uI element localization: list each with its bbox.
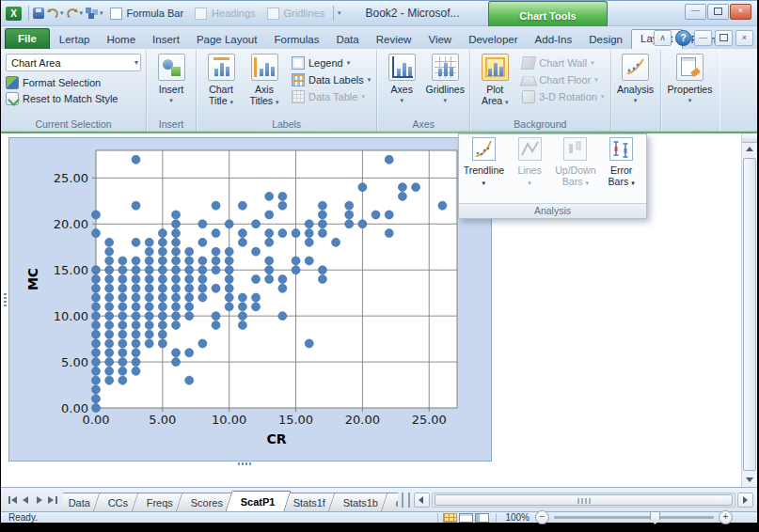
dropdown-caret: ▾ bbox=[601, 93, 605, 101]
workbook-close-button[interactable]: × bbox=[735, 30, 753, 46]
workbook-restore-button[interactable] bbox=[715, 30, 733, 46]
horizontal-scrollbar[interactable] bbox=[432, 493, 735, 508]
combobox-dropdown-caret[interactable]: ▾ bbox=[134, 58, 138, 67]
reset-style-icon bbox=[6, 92, 19, 105]
switch-windows-button[interactable]: ▾ bbox=[85, 5, 103, 22]
vertical-scrollbar[interactable] bbox=[741, 133, 757, 487]
zoom-slider-thumb[interactable] bbox=[650, 511, 660, 524]
axis-titles-button[interactable]: Axis Titles ▾ bbox=[243, 52, 286, 108]
minimize-button[interactable]: — bbox=[685, 4, 706, 20]
tab-file[interactable]: File bbox=[5, 28, 50, 49]
close-button[interactable]: × bbox=[730, 4, 751, 20]
undo-dropdown-caret[interactable]: ▾ bbox=[60, 9, 64, 17]
group-background: Plot Area ▾ Chart Wall▾Chart Floor▾3-D R… bbox=[470, 50, 610, 131]
chart-resize-handle-left[interactable] bbox=[4, 291, 7, 306]
workbook-minimize-button[interactable]: — bbox=[694, 30, 712, 46]
format-selection-button[interactable]: Format Selection bbox=[4, 74, 143, 90]
zoom-slider[interactable] bbox=[554, 516, 714, 519]
tab-add-ins[interactable]: Add-Ins bbox=[527, 31, 581, 49]
dropdown-caret: ▾ bbox=[347, 59, 351, 67]
scroll-up-button[interactable] bbox=[743, 143, 756, 156]
scatter-chart-object[interactable]: 0.000.005.005.0010.0010.0015.0015.0020.0… bbox=[8, 137, 492, 462]
scrollbar-split-handle[interactable] bbox=[742, 133, 757, 143]
chart-title-line2: Title bbox=[209, 95, 227, 106]
tab-page-layout[interactable]: Page Layout bbox=[188, 31, 266, 49]
page-layout-view-button[interactable] bbox=[459, 513, 473, 523]
axis-titles-icon bbox=[251, 54, 278, 81]
tab-home[interactable]: Home bbox=[98, 31, 144, 49]
hscroll-right-button[interactable] bbox=[737, 493, 753, 508]
properties-button[interactable]: Properties ▾ bbox=[664, 52, 717, 106]
undo-button[interactable]: ▾ bbox=[46, 5, 64, 22]
hscroll-left-button[interactable] bbox=[414, 493, 430, 508]
switch-windows-caret[interactable]: ▾ bbox=[100, 9, 103, 17]
tab-formulas[interactable]: Formulas bbox=[265, 31, 327, 49]
up-down-bars-button: Up/DownBars ▾ bbox=[553, 137, 599, 189]
previous-sheet-button[interactable] bbox=[20, 493, 32, 506]
tab-split-handle[interactable] bbox=[402, 493, 410, 508]
chart-title-button[interactable]: Chart Title ▾ bbox=[199, 52, 243, 108]
sheet-tab-label: CCs bbox=[108, 497, 128, 509]
gridlines-button[interactable]: Gridlines ▾ bbox=[423, 52, 466, 106]
svg-text:5.00: 5.00 bbox=[61, 355, 88, 369]
page-break-view-button[interactable] bbox=[475, 513, 489, 523]
tab-review[interactable]: Review bbox=[368, 31, 420, 49]
tab-developer[interactable]: Developer bbox=[460, 31, 526, 49]
plot-area-button[interactable]: Plot Area ▾ bbox=[473, 52, 516, 108]
data-labels-button[interactable]: Data Labels▾ bbox=[289, 71, 373, 88]
dropdown-caret: ▾ bbox=[505, 99, 509, 105]
group-current-selection: Chart Area ▾ Format Selection Reset to M… bbox=[1, 50, 147, 131]
maximize-button[interactable] bbox=[707, 4, 729, 20]
first-sheet-button[interactable] bbox=[7, 493, 19, 506]
svg-text:25.00: 25.00 bbox=[412, 413, 447, 427]
3d-rotation-icon bbox=[522, 90, 535, 103]
group-label-insert: Insert bbox=[147, 118, 196, 130]
dropdown-caret: ▾ bbox=[688, 95, 692, 106]
insert-shapes-icon bbox=[158, 54, 185, 81]
next-sheet-button[interactable] bbox=[33, 493, 45, 506]
legend-button[interactable]: Legend▾ bbox=[289, 55, 373, 71]
tab-design[interactable]: Design bbox=[580, 31, 631, 49]
sheet-tab-scatp1[interactable]: ScatP1 bbox=[225, 491, 291, 511]
tab-lertap[interactable]: Lertap bbox=[51, 31, 99, 49]
redo-dropdown-caret[interactable]: ▾ bbox=[80, 9, 84, 17]
button-label: 3-D Rotation bbox=[539, 91, 597, 102]
insert-button[interactable]: Insert ▾ bbox=[150, 52, 193, 106]
tab-data[interactable]: Data bbox=[327, 31, 367, 49]
svg-text:10.00: 10.00 bbox=[54, 309, 88, 323]
horizontal-scroll-thumb[interactable] bbox=[435, 494, 733, 506]
axes-button[interactable]: Axes ▾ bbox=[380, 52, 423, 106]
redo-button[interactable]: ▾ bbox=[66, 5, 84, 22]
zoom-out-button[interactable]: − bbox=[535, 510, 549, 524]
reset-to-match-style-button[interactable]: Reset to Match Style bbox=[4, 90, 143, 106]
save-button[interactable] bbox=[33, 5, 44, 22]
chart-elements-combobox[interactable]: Chart Area ▾ bbox=[6, 54, 141, 71]
axes-icon bbox=[388, 54, 416, 81]
checkbox-icon bbox=[110, 8, 122, 20]
analysis-button[interactable]: Analysis ▾ bbox=[614, 52, 657, 106]
scroll-down-button[interactable] bbox=[743, 473, 756, 486]
tab-view[interactable]: View bbox=[419, 31, 460, 49]
vertical-scroll-thumb[interactable] bbox=[743, 158, 756, 471]
trendline-button[interactable]: Trendline▾ bbox=[461, 137, 507, 189]
chart-floor-button: Chart Floor▾ bbox=[519, 71, 607, 88]
formula-bar-checkbox[interactable]: Formula Bar bbox=[110, 8, 184, 20]
insert-label: Insert bbox=[159, 84, 183, 95]
button-label-line2: Bars ▾ bbox=[562, 176, 589, 189]
tab-insert[interactable]: Insert bbox=[144, 31, 188, 49]
sheet-tab-label: Scores bbox=[191, 497, 223, 509]
lines-icon bbox=[518, 137, 542, 163]
svg-text:MC: MC bbox=[25, 268, 40, 290]
help-icon[interactable]: ? bbox=[675, 30, 691, 46]
svg-text:20.00: 20.00 bbox=[345, 413, 380, 427]
collapse-ribbon-button[interactable]: ∧ bbox=[654, 30, 672, 46]
last-sheet-button[interactable] bbox=[46, 493, 58, 506]
formula-bar-label: Formula Bar bbox=[127, 8, 184, 19]
qat-overflow-caret[interactable]: ▾ bbox=[338, 9, 341, 17]
normal-view-button[interactable] bbox=[443, 513, 457, 523]
chart-resize-handle-bottom[interactable] bbox=[238, 462, 253, 465]
button-label: Data Table bbox=[308, 91, 357, 102]
error-bars-button[interactable]: ErrorBars ▾ bbox=[598, 137, 644, 189]
group-label-labels: Labels bbox=[197, 118, 376, 130]
zoom-in-button[interactable]: + bbox=[719, 510, 733, 524]
